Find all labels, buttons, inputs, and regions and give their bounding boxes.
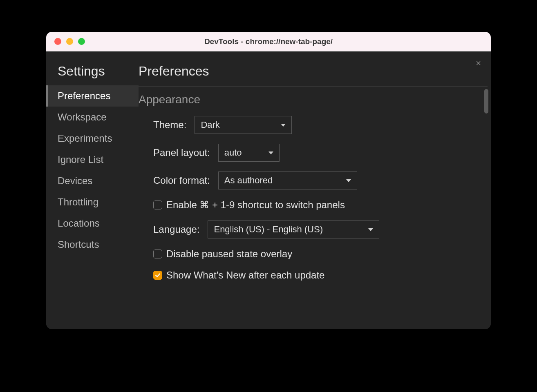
disable-paused-overlay-checkbox[interactable] [153, 249, 162, 258]
traffic-lights [46, 38, 85, 45]
devtools-window: DevTools - chrome://new-tab-page/ × Sett… [46, 32, 491, 329]
show-whats-new-label: Show What's New after each update [166, 270, 324, 281]
enable-shortcut-label: Enable ⌘ + 1-9 shortcut to switch panels [166, 199, 345, 211]
settings-content: × Settings Preferences Workspace Experim… [46, 51, 491, 329]
color-format-select-value: As authored [224, 175, 273, 186]
chevron-down-icon [346, 179, 351, 182]
sidebar-item-devices[interactable]: Devices [46, 170, 139, 192]
settings-sidebar: Settings Preferences Workspace Experimen… [46, 51, 139, 329]
sidebar-item-ignore-list[interactable]: Ignore List [46, 149, 139, 170]
sidebar-item-label: Workspace [58, 111, 107, 122]
sidebar-item-experiments[interactable]: Experiments [46, 128, 139, 149]
chevron-down-icon [281, 124, 286, 127]
scrollbar-thumb[interactable] [484, 89, 488, 114]
minimize-window-button[interactable] [66, 38, 73, 45]
chevron-down-icon [368, 228, 373, 231]
sidebar-title: Settings [46, 64, 139, 85]
language-label: Language: [153, 224, 199, 235]
sidebar-item-label: Preferences [58, 90, 110, 101]
chevron-down-icon [268, 151, 273, 154]
sidebar-item-label: Devices [58, 175, 92, 186]
check-icon [155, 272, 161, 278]
page-title: Preferences [139, 64, 491, 86]
sidebar-item-locations[interactable]: Locations [46, 213, 139, 234]
sidebar-item-shortcuts[interactable]: Shortcuts [46, 234, 139, 255]
maximize-window-button[interactable] [78, 38, 85, 45]
color-format-row: Color format: As authored [153, 172, 481, 189]
sidebar-item-preferences[interactable]: Preferences [46, 85, 139, 107]
settings-main: Preferences Appearance Theme: Dark Panel… [139, 51, 491, 329]
close-icon: × [476, 58, 481, 68]
sidebar-item-workspace[interactable]: Workspace [46, 107, 139, 128]
preferences-scroll-area[interactable]: Appearance Theme: Dark Panel layout: aut… [139, 87, 491, 329]
panel-layout-select[interactable]: auto [218, 144, 280, 162]
sidebar-item-label: Shortcuts [58, 239, 99, 250]
theme-row: Theme: Dark [153, 116, 481, 134]
close-settings-button[interactable]: × [476, 59, 481, 68]
enable-shortcut-checkbox[interactable] [153, 200, 162, 209]
sidebar-item-label: Ignore List [58, 154, 103, 165]
language-select-value: English (US) - English (US) [214, 224, 323, 235]
theme-select-value: Dark [201, 120, 219, 130]
theme-label: Theme: [153, 119, 186, 131]
sidebar-item-label: Experiments [58, 133, 112, 144]
sidebar-item-label: Throttling [58, 196, 98, 207]
sidebar-item-label: Locations [58, 218, 100, 229]
window-title: DevTools - chrome://new-tab-page/ [46, 37, 491, 46]
close-window-button[interactable] [54, 38, 61, 45]
show-whats-new-checkbox[interactable] [153, 271, 162, 280]
show-whats-new-row: Show What's New after each update [153, 270, 481, 281]
titlebar: DevTools - chrome://new-tab-page/ [46, 32, 491, 51]
panel-layout-select-value: auto [224, 147, 242, 158]
language-row: Language: English (US) - English (US) [153, 220, 481, 238]
color-format-select[interactable]: As authored [218, 172, 357, 189]
color-format-label: Color format: [153, 175, 210, 186]
theme-select[interactable]: Dark [195, 116, 292, 134]
scrollbar[interactable] [484, 87, 488, 329]
disable-paused-overlay-row: Disable paused state overlay [153, 248, 481, 260]
appearance-heading: Appearance [139, 93, 481, 106]
panel-layout-row: Panel layout: auto [153, 144, 481, 162]
disable-paused-overlay-label: Disable paused state overlay [166, 248, 292, 260]
language-select[interactable]: English (US) - English (US) [208, 220, 379, 238]
enable-shortcut-row: Enable ⌘ + 1-9 shortcut to switch panels [153, 199, 481, 211]
panel-layout-label: Panel layout: [153, 147, 210, 158]
sidebar-item-throttling[interactable]: Throttling [46, 192, 139, 213]
